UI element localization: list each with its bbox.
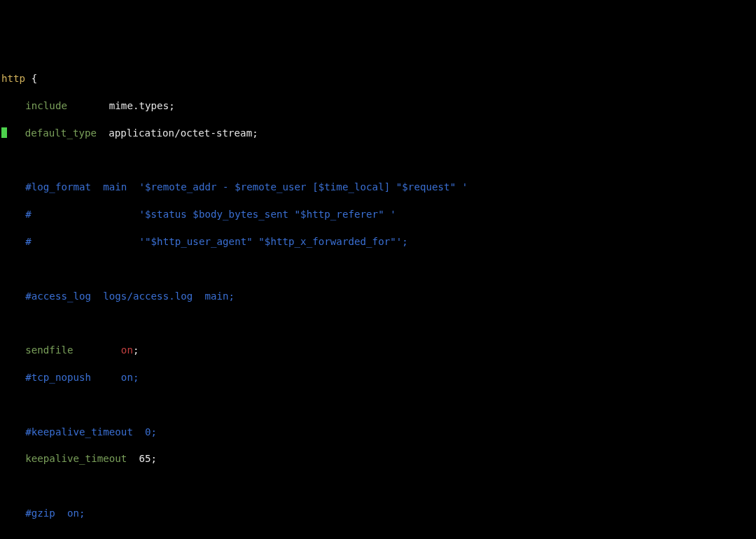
directive-include: include: [25, 100, 67, 111]
code-line: keepalive_timeout 65;: [1, 452, 755, 465]
code-line: #tcp_nopush on;: [1, 371, 755, 384]
code-line: sendfile on;: [1, 344, 755, 357]
directive-keepalive-timeout: keepalive_timeout: [25, 453, 127, 464]
code-line: default_type application/octet-stream;: [1, 127, 755, 140]
keyword-http: http: [1, 73, 25, 84]
code-line: #log_format main '$remote_addr - $remote…: [1, 181, 755, 194]
blank-line: [1, 398, 755, 412]
code-line: # '$status $body_bytes_sent "$http_refer…: [1, 208, 755, 221]
blank-line: [1, 534, 755, 539]
cursor-block-icon: [1, 127, 7, 138]
editor-viewport[interactable]: http { include mime.types; default_type …: [1, 59, 755, 539]
value-on: on: [121, 344, 133, 356]
code-line: include mime.types;: [1, 99, 755, 113]
blank-line: [1, 479, 755, 493]
directive-default-type: default_type: [25, 127, 97, 139]
blank-line: [1, 262, 755, 276]
code-line: #keepalive_timeout 0;: [1, 426, 755, 439]
blank-line: [1, 153, 755, 167]
directive-sendfile: sendfile: [25, 344, 73, 356]
code-line: #gzip on;: [1, 507, 755, 520]
code-line: # '"$http_user_agent" "$http_x_forwarded…: [1, 235, 755, 248]
code-line: #access_log logs/access.log main;: [1, 290, 755, 303]
blank-line: [1, 316, 755, 330]
code-line: http {: [1, 72, 755, 85]
